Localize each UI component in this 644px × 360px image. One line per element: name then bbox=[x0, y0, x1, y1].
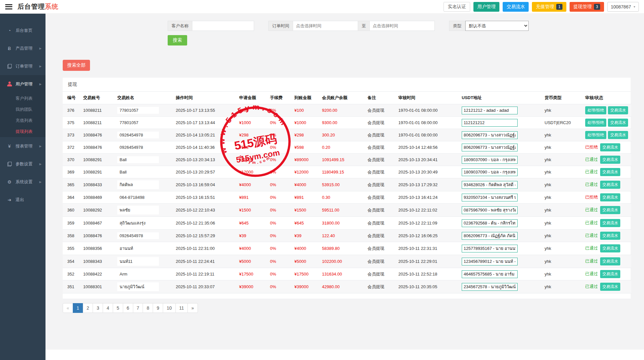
time-from-input[interactable] bbox=[293, 21, 358, 31]
cell-op-time: 2025-10-13 16:15:51 bbox=[173, 191, 237, 204]
pagination-page-6[interactable]: 6 bbox=[123, 303, 133, 313]
trade-flow-button[interactable]: 交易流水 bbox=[600, 143, 620, 151]
cell-remark: 会员提现 bbox=[365, 191, 396, 204]
sidebar-item-products[interactable]: Ƀ产品管理▶ bbox=[0, 39, 45, 57]
cell-usdt-address bbox=[459, 204, 542, 217]
process-reject-button[interactable]: 处理/拒绝 bbox=[585, 131, 606, 139]
topbar-button-user-manage[interactable]: 用户管理 bbox=[473, 2, 499, 12]
table-row: 3721008847609264549782025-10-14 11:40:36… bbox=[63, 141, 631, 154]
cell-currency: yhk bbox=[542, 191, 583, 204]
pagination-next[interactable]: » bbox=[187, 303, 198, 313]
table-row: 3581008847609264549782025-10-12 15:57:29… bbox=[63, 230, 631, 242]
pagination-page-9[interactable]: 9 bbox=[153, 303, 163, 313]
pagination-page-11[interactable]: 11 bbox=[175, 303, 188, 313]
time-to-input[interactable] bbox=[370, 21, 435, 31]
customer-name-input[interactable] bbox=[192, 21, 254, 31]
usdt-address-input[interactable] bbox=[462, 168, 518, 176]
sidebar-subitem-customer-list[interactable]: 客户列表 bbox=[0, 93, 45, 104]
trade-flow-button[interactable]: 交易流水 bbox=[600, 219, 620, 227]
cell-balance: 131634.00 bbox=[319, 268, 365, 280]
topbar-button-trade-flow[interactable]: 交易流水 bbox=[503, 2, 529, 12]
sidebar-subitem-recharge-list[interactable]: 充值列表 bbox=[0, 115, 45, 126]
search-button[interactable]: 搜索 bbox=[168, 35, 187, 45]
status-rejected: 已拒绝 bbox=[585, 145, 598, 149]
topbar-button-recharge-manage[interactable]: 充值管理1 bbox=[532, 2, 566, 12]
usdt-address-input[interactable] bbox=[462, 144, 518, 151]
usdt-address-input[interactable] bbox=[462, 107, 518, 114]
cell-received: ¥39 bbox=[292, 230, 319, 242]
cell-name: 0926454978 bbox=[115, 230, 173, 242]
sidebar-item-logout[interactable]: ➔退出 bbox=[0, 191, 45, 209]
cell-received: ¥298 bbox=[292, 129, 319, 141]
usdt-address-input[interactable] bbox=[462, 219, 518, 227]
trade-flow-button[interactable]: 交易流水 bbox=[600, 232, 620, 240]
trade-flow-button[interactable]: 交易流水 bbox=[600, 283, 620, 291]
column-header: 审核/状态 bbox=[583, 92, 631, 104]
cell-currency: yhk bbox=[542, 255, 583, 268]
usdt-address-input[interactable] bbox=[462, 245, 518, 252]
pagination-page-4[interactable]: 4 bbox=[103, 303, 113, 313]
trade-flow-button[interactable]: 交易流水 bbox=[600, 193, 620, 201]
pagination-page-8[interactable]: 8 bbox=[143, 303, 153, 313]
table-row: 37610088211778010572025-10-17 13:13:55¥1… bbox=[63, 104, 631, 117]
sidebar-item-users[interactable]: 用户管理▶ bbox=[0, 75, 45, 93]
order-time-label: 订单时间 bbox=[268, 21, 293, 31]
cell-op-time: 2025-10-14 13:05:21 bbox=[173, 129, 237, 141]
cell-received: ¥645 bbox=[292, 217, 319, 230]
topbar-button-withdraw-manage[interactable]: 提现管理3 bbox=[570, 2, 604, 12]
topbar-button-label: 充值管理 bbox=[536, 4, 554, 10]
hamburger-menu-icon[interactable] bbox=[5, 4, 12, 9]
trade-flow-button[interactable]: 交易流水 bbox=[600, 156, 620, 164]
type-select[interactable]: 默认不选 bbox=[465, 21, 529, 31]
sidebar-subitem-withdraw-list[interactable]: 提现列表 bbox=[0, 126, 45, 137]
trade-flow-button[interactable]: 交易流水 bbox=[608, 106, 628, 114]
pagination-page-7[interactable]: 7 bbox=[133, 303, 143, 313]
sidebar-item-home[interactable]: ◔后台首页 bbox=[0, 21, 45, 39]
cell-balance: 59511.00 bbox=[319, 204, 365, 217]
column-header: 到账金额 bbox=[292, 92, 319, 104]
trade-flow-button[interactable]: 交易流水 bbox=[600, 257, 620, 265]
cell-received: ¥39000 bbox=[292, 280, 319, 293]
pagination-page-1[interactable]: 1 bbox=[73, 303, 83, 313]
usdt-address-input[interactable] bbox=[462, 270, 518, 278]
pagination-page-10[interactable]: 10 bbox=[163, 303, 176, 313]
trade-flow-button[interactable]: 交易流水 bbox=[608, 119, 628, 127]
sidebar-item-reports[interactable]: ¥报表管理▶ bbox=[0, 137, 45, 155]
trade-flow-button[interactable]: 交易流水 bbox=[600, 206, 620, 214]
user-dropdown[interactable]: 10087867 ▾ bbox=[607, 2, 639, 12]
sidebar-item-orders[interactable]: 订单管理▶ bbox=[0, 57, 45, 75]
column-header: 手续费 bbox=[267, 92, 292, 104]
usdt-address-input[interactable] bbox=[462, 156, 518, 164]
trade-flow-button[interactable]: 交易流水 bbox=[600, 270, 620, 278]
usdt-address-input[interactable] bbox=[462, 181, 518, 189]
cell-usdt-address bbox=[459, 129, 542, 141]
cell-balance: 58389.80 bbox=[319, 242, 365, 255]
pagination-page-3[interactable]: 3 bbox=[93, 303, 103, 313]
trade-flow-button[interactable]: 交易流水 bbox=[600, 181, 620, 189]
topbar-button-realname[interactable]: 实名认证 bbox=[444, 2, 470, 12]
usdt-address-input[interactable] bbox=[462, 206, 518, 214]
usdt-address-input[interactable] bbox=[462, 232, 518, 240]
pagination-page-2[interactable]: 2 bbox=[83, 303, 93, 313]
trade-flow-button[interactable]: 交易流水 bbox=[608, 131, 628, 139]
trade-flow-button[interactable]: 交易流水 bbox=[600, 168, 620, 176]
search-all-row: 搜索全部 bbox=[63, 60, 644, 71]
table-row: 36910088291Ball2025-10-13 20:29:57¥12000… bbox=[63, 166, 631, 178]
pagination-page-5[interactable]: 5 bbox=[113, 303, 123, 313]
usdt-address-input[interactable] bbox=[462, 283, 518, 291]
usdt-address-input[interactable] bbox=[462, 258, 518, 265]
topbar-button-label: 用户管理 bbox=[477, 4, 496, 10]
usdt-address-input[interactable] bbox=[462, 131, 518, 139]
sidebar-item-system[interactable]: ⚙系统设置▶ bbox=[0, 173, 45, 191]
sidebar-item-label: 报表管理 bbox=[16, 143, 32, 149]
pagination-prev[interactable]: « bbox=[63, 303, 73, 313]
column-header: 编号 bbox=[63, 92, 81, 104]
sidebar-subitem-my-team[interactable]: 我的团队 bbox=[0, 104, 45, 115]
usdt-address-input[interactable] bbox=[462, 119, 518, 127]
sidebar-item-params[interactable]: 参数设置▶ bbox=[0, 155, 45, 173]
search-all-button[interactable]: 搜索全部 bbox=[63, 60, 90, 71]
process-reject-button[interactable]: 处理/拒绝 bbox=[585, 106, 606, 114]
trade-flow-button[interactable]: 交易流水 bbox=[600, 244, 620, 252]
process-reject-button[interactable]: 处理/拒绝 bbox=[585, 119, 606, 127]
usdt-address-input[interactable] bbox=[462, 194, 518, 201]
